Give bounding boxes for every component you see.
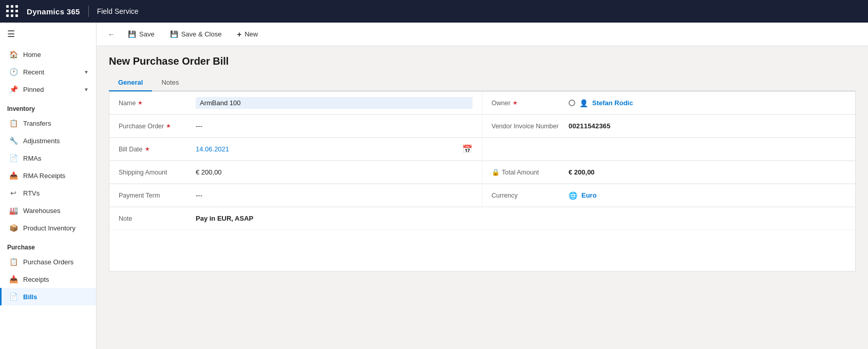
shipping-amount-cell: Shipping Amount € 200,00 (109, 161, 482, 184)
save-button[interactable]: 💾 Save (121, 27, 161, 42)
content-area: New Purchase Order Bill General Notes Na… (97, 46, 868, 349)
form-row-billdate: Bill Date ★ 14.06.2021 📅 (109, 138, 855, 161)
recent-icon: 🕐 (9, 68, 18, 76)
tab-bar: General Notes (109, 74, 856, 91)
owner-radio-icon (569, 100, 575, 106)
sidebar-item-receipts[interactable]: 📥 Receipts (0, 270, 96, 288)
currency-value[interactable]: Euro (581, 191, 597, 199)
back-button[interactable]: ← (104, 27, 119, 42)
sidebar-item-rma-receipts[interactable]: 📥 RMA Receipts (0, 167, 96, 184)
sidebar-label-transfers: Transfers (23, 120, 51, 127)
owner-label: Owner ★ (492, 100, 569, 107)
sidebar-label-pinned: Pinned (23, 86, 44, 93)
shipping-amount-value[interactable]: € 200,00 (196, 168, 473, 176)
sidebar: ☰ 🏠 Home 🕐 Recent ▼ 📌 Pinned ▼ Inventory… (0, 23, 97, 349)
rmas-icon: 📄 (9, 154, 18, 162)
app-title: Dynamics 365 (27, 7, 80, 16)
name-value[interactable]: ArmBand 100 (196, 97, 473, 109)
tab-notes[interactable]: Notes (152, 74, 188, 91)
page-title: New Purchase Order Bill (109, 55, 856, 67)
sidebar-label-product-inventory: Product Inventory (23, 224, 76, 232)
sidebar-item-product-inventory[interactable]: 📦 Product Inventory (0, 219, 96, 237)
form-row-note: Note Pay in EUR, ASAP (109, 207, 855, 230)
sidebar-label-adjustments: Adjustments (23, 137, 60, 145)
sidebar-item-bills[interactable]: 📄 Bills (0, 288, 96, 305)
save-label: Save (139, 30, 155, 38)
new-plus-icon: + (237, 30, 241, 38)
sidebar-item-home[interactable]: 🏠 Home (0, 46, 96, 63)
owner-value-area: 👤 Stefan Rodic (569, 99, 633, 107)
name-label: Name ★ (119, 100, 196, 107)
save-close-icon: 💾 (170, 30, 178, 38)
save-close-label: Save & Close (181, 30, 222, 38)
sidebar-item-rmas[interactable]: 📄 RMAs (0, 149, 96, 167)
section-inventory-label: Inventory (0, 98, 96, 114)
chevron-down-icon-pinned: ▼ (84, 87, 89, 92)
save-icon: 💾 (128, 30, 136, 38)
sidebar-label-rtvs: RTVs (23, 189, 40, 197)
calendar-icon[interactable]: 📅 (462, 144, 473, 154)
tab-general[interactable]: General (109, 74, 152, 91)
chevron-down-icon: ▼ (84, 69, 89, 75)
bill-date-label: Bill Date ★ (119, 146, 196, 153)
purchase-orders-icon: 📋 (9, 258, 18, 266)
name-cell: Name ★ ArmBand 100 (109, 92, 482, 114)
sidebar-item-adjustments[interactable]: 🔧 Adjustments (0, 132, 96, 149)
new-button[interactable]: + New (230, 26, 265, 42)
top-bar: Dynamics 365 Field Service (0, 0, 868, 23)
sidebar-label-receipts: Receipts (23, 276, 49, 283)
form-row-name-owner: Name ★ ArmBand 100 Owner ★ 👤 (109, 92, 855, 115)
main-area: ← 💾 Save 💾 Save & Close + New New Purcha… (97, 23, 868, 349)
sidebar-item-warehouses[interactable]: 🏭 Warehouses (0, 202, 96, 219)
currency-label: Currency (492, 192, 569, 199)
toolbar: ← 💾 Save 💾 Save & Close + New (97, 23, 868, 46)
globe-icon: 🌐 (569, 191, 577, 200)
payment-term-label: Payment Term (119, 192, 196, 199)
payment-term-cell: Payment Term --- (109, 184, 482, 207)
payment-term-value[interactable]: --- (196, 191, 473, 199)
total-amount-value: € 200,00 (569, 168, 846, 176)
form-spacer (109, 230, 855, 271)
warehouses-icon: 🏭 (9, 206, 18, 215)
sidebar-toggle[interactable]: ☰ (0, 23, 96, 46)
total-amount-cell: 🔒 Total Amount € 200,00 (482, 161, 855, 184)
form-row-payment-currency: Payment Term --- Currency 🌐 Euro (109, 184, 855, 207)
sidebar-label-recent: Recent (23, 68, 44, 76)
sidebar-item-rtvs[interactable]: ↩ RTVs (0, 184, 96, 202)
form-row-shipping-total: Shipping Amount € 200,00 🔒 Total Amount … (109, 161, 855, 184)
po-required: ★ (166, 123, 171, 129)
sidebar-label-purchase-orders: Purchase Orders (23, 258, 73, 266)
purchase-order-label: Purchase Order ★ (119, 123, 196, 130)
purchase-order-value[interactable]: --- (196, 122, 473, 130)
lock-icon: 🔒 (492, 168, 500, 176)
sidebar-label-bills: Bills (23, 293, 37, 301)
billdate-required: ★ (145, 146, 150, 152)
transfers-icon: 📋 (9, 119, 18, 127)
note-value[interactable]: Pay in EUR, ASAP (196, 215, 846, 222)
home-icon: 🏠 (9, 50, 18, 59)
top-bar-divider (88, 6, 89, 17)
total-amount-label: 🔒 Total Amount (492, 168, 569, 176)
sidebar-item-transfers[interactable]: 📋 Transfers (0, 114, 96, 132)
bill-date-value[interactable]: 14.06.2021 (196, 145, 462, 153)
module-name: Field Service (97, 7, 139, 15)
vendor-invoice-value[interactable]: 00211542365 (569, 122, 611, 130)
sidebar-label-rma-receipts: RMA Receipts (23, 172, 65, 180)
shipping-amount-label: Shipping Amount (119, 169, 196, 176)
sidebar-label-rmas: RMAs (23, 154, 41, 162)
billdate-right-cell (482, 138, 855, 161)
currency-value-area: 🌐 Euro (569, 191, 597, 200)
sidebar-item-pinned[interactable]: 📌 Pinned ▼ (0, 81, 96, 98)
sidebar-label-home: Home (23, 51, 41, 59)
bill-date-cell: Bill Date ★ 14.06.2021 📅 (109, 138, 482, 161)
save-close-button[interactable]: 💾 Save & Close (163, 27, 229, 42)
purchase-order-cell: Purchase Order ★ --- (109, 115, 482, 138)
person-icon: 👤 (579, 99, 588, 107)
sidebar-item-recent[interactable]: 🕐 Recent ▼ (0, 63, 96, 81)
sidebar-item-purchase-orders[interactable]: 📋 Purchase Orders (0, 253, 96, 270)
grid-icon[interactable] (6, 5, 18, 17)
owner-cell: Owner ★ 👤 Stefan Rodic (482, 92, 855, 114)
form-row-po-vendor: Purchase Order ★ --- Vendor Invoice Numb… (109, 115, 855, 138)
currency-cell: Currency 🌐 Euro (482, 184, 855, 207)
owner-value[interactable]: Stefan Rodic (592, 99, 633, 107)
